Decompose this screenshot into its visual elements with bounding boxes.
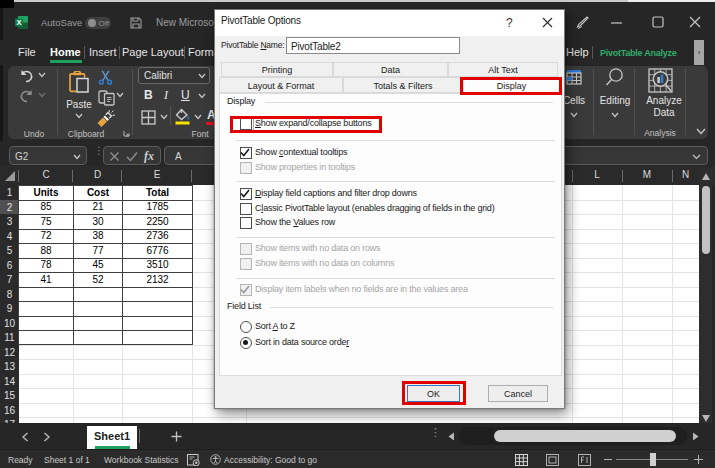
svg-text:X: X bbox=[16, 18, 21, 27]
